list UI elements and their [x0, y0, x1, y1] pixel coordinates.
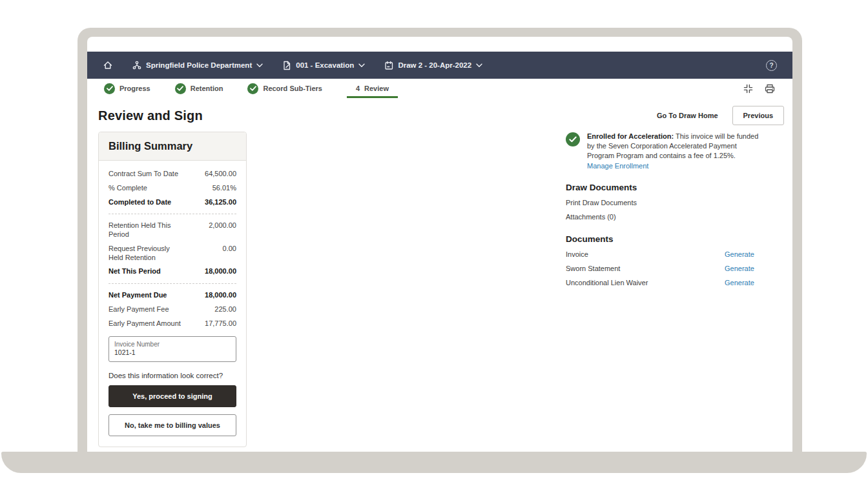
billing-row-value: 56.01%: [212, 184, 236, 193]
document-row: Invoice Generate: [566, 250, 784, 258]
billing-row-label: Contract Sum To Date: [108, 170, 185, 179]
collapse-icon[interactable]: [743, 83, 754, 94]
organization-label: Springfield Police Department: [146, 61, 252, 69]
acceleration-notice: Enrolled for Acceleration: This invoice …: [566, 132, 784, 171]
proceed-to-signing-button[interactable]: Yes, proceed to signing: [108, 385, 236, 407]
document-name: Invoice: [566, 250, 725, 258]
step-retention[interactable]: Retention: [175, 79, 223, 98]
acceleration-title: Enrolled for Acceleration:: [587, 132, 674, 140]
billing-row-value: 225.00: [214, 305, 236, 314]
billing-row: % Complete 56.01%: [108, 181, 236, 196]
billing-summary-card: Billing Summary Contract Sum To Date 64,…: [98, 132, 247, 447]
generate-invoice-link[interactable]: Generate: [725, 250, 784, 258]
divider: [108, 214, 236, 214]
step-record-sub-tiers[interactable]: Record Sub-Tiers: [247, 79, 322, 98]
billing-row: Early Payment Fee 225.00: [108, 303, 236, 317]
step-label: Review: [364, 85, 389, 92]
generate-lien-waiver-link[interactable]: Generate: [725, 279, 784, 287]
top-navbar: Springfield Police Department 001 - Exca…: [87, 52, 792, 79]
billing-row: Completed to Date 36,125.00: [108, 196, 236, 210]
manage-enrollment-link[interactable]: Manage Enrollment: [587, 162, 648, 170]
check-circle-icon: [104, 83, 115, 94]
billing-row: Net Payment Due 18,000.00: [108, 288, 236, 303]
main-content: Billing Summary Contract Sum To Date 64,…: [87, 132, 792, 447]
invoice-number-label: Invoice Number: [114, 340, 231, 348]
billing-row-value: 18,000.00: [205, 291, 236, 300]
billing-row: Request Previously Held Retention 0.00: [108, 242, 236, 265]
chevron-down-icon: [476, 63, 482, 68]
billing-summary-body: Contract Sum To Date 64,500.00 % Complet…: [99, 161, 246, 447]
draw-documents-title: Draw Documents: [566, 183, 784, 192]
billing-row-label: Request Previously Held Retention: [108, 245, 185, 263]
billing-row-value: 64,500.00: [205, 170, 236, 179]
project-selector[interactable]: 001 - Excavation: [282, 61, 365, 70]
document-name: Unconditional Lien Waiver: [566, 279, 725, 287]
chevron-down-icon: [358, 63, 365, 68]
invoice-number-value: 1021-1: [114, 348, 231, 357]
step-label: Record Sub-Tiers: [263, 85, 322, 92]
laptop-screen-content: Springfield Police Department 001 - Exca…: [87, 37, 792, 454]
documents-title: Documents: [566, 234, 784, 244]
page-title: Review and Sign: [98, 108, 203, 123]
billing-row-label: Completed to Date: [108, 198, 185, 207]
step-review-active[interactable]: 4 Review: [347, 79, 398, 98]
draw-calendar-icon: [384, 61, 393, 70]
steps-toolbar: [743, 83, 776, 94]
organization-selector[interactable]: Springfield Police Department: [132, 61, 263, 70]
previous-button[interactable]: Previous: [732, 106, 784, 125]
billing-row-value: 0.00: [223, 245, 236, 263]
billing-row: Net This Period 18,000.00: [108, 265, 236, 279]
help-icon[interactable]: ?: [766, 60, 777, 71]
print-draw-documents-link[interactable]: Print Draw Documents: [566, 199, 784, 206]
step-progress[interactable]: Progress: [104, 79, 150, 98]
document-name: Sworn Statement: [566, 265, 725, 272]
billing-row: Contract Sum To Date 64,500.00: [108, 167, 236, 181]
divider: [108, 283, 236, 284]
laptop-frame: Springfield Police Department 001 - Exca…: [78, 28, 802, 454]
draw-selector[interactable]: Draw 2 - 20-Apr-2022: [384, 61, 482, 70]
header-actions: Go To Draw Home Previous: [657, 106, 784, 125]
billing-row: Retention Held This Period 2,000.00: [108, 219, 236, 242]
step-number: 4: [356, 85, 360, 92]
step-progress-bar: Progress Retention Record Sub-Tiers 4 Re…: [87, 79, 792, 98]
billing-row-value: 2,000.00: [209, 221, 236, 239]
billing-row-label: % Complete: [108, 184, 185, 193]
org-hierarchy-icon: [132, 61, 141, 70]
billing-row-label: Early Payment Amount: [108, 319, 185, 328]
document-row: Sworn Statement Generate: [566, 265, 784, 272]
billing-summary-header: Billing Summary: [99, 132, 246, 161]
go-to-draw-home-link[interactable]: Go To Draw Home: [657, 112, 718, 119]
project-label: 001 - Excavation: [296, 61, 354, 69]
attachments-link[interactable]: Attachments (0): [566, 213, 784, 221]
billing-row-value: 17,775.00: [205, 319, 236, 328]
back-to-billing-values-button[interactable]: No, take me to billing values: [108, 414, 236, 436]
generate-sworn-statement-link[interactable]: Generate: [725, 265, 784, 272]
step-label: Progress: [119, 85, 150, 92]
print-icon[interactable]: [764, 83, 776, 94]
invoice-number-input[interactable]: Invoice Number 1021-1: [108, 336, 236, 362]
home-icon: [103, 60, 113, 70]
billing-row-label: Net This Period: [108, 267, 185, 276]
billing-summary-title: Billing Summary: [108, 140, 192, 152]
check-circle-icon: [247, 83, 258, 94]
step-label: Retention: [191, 85, 223, 92]
laptop-base: [1, 452, 867, 473]
check-circle-icon: [175, 83, 186, 94]
confirmation-question: Does this information look correct?: [108, 372, 236, 379]
check-circle-icon: [566, 132, 580, 146]
acceleration-text: Enrolled for Acceleration: This invoice …: [587, 132, 760, 171]
billing-row: Early Payment Amount 17,775.00: [108, 317, 236, 331]
billing-row-label: Early Payment Fee: [108, 305, 185, 314]
billing-row-value: 18,000.00: [205, 267, 236, 276]
billing-summary-column: Billing Summary Contract Sum To Date 64,…: [98, 132, 247, 447]
draw-label: Draw 2 - 20-Apr-2022: [398, 61, 471, 69]
home-button[interactable]: [103, 60, 113, 70]
document-row: Unconditional Lien Waiver Generate: [566, 279, 784, 287]
billing-row-label: Net Payment Due: [108, 291, 185, 300]
billing-row-value: 36,125.00: [205, 198, 236, 207]
chevron-down-icon: [256, 63, 263, 68]
documents-column: Enrolled for Acceleration: This invoice …: [566, 132, 784, 447]
document-edit-icon: [282, 61, 291, 70]
page-header: Review and Sign Go To Draw Home Previous: [87, 105, 792, 126]
billing-row-label: Retention Held This Period: [108, 221, 185, 239]
